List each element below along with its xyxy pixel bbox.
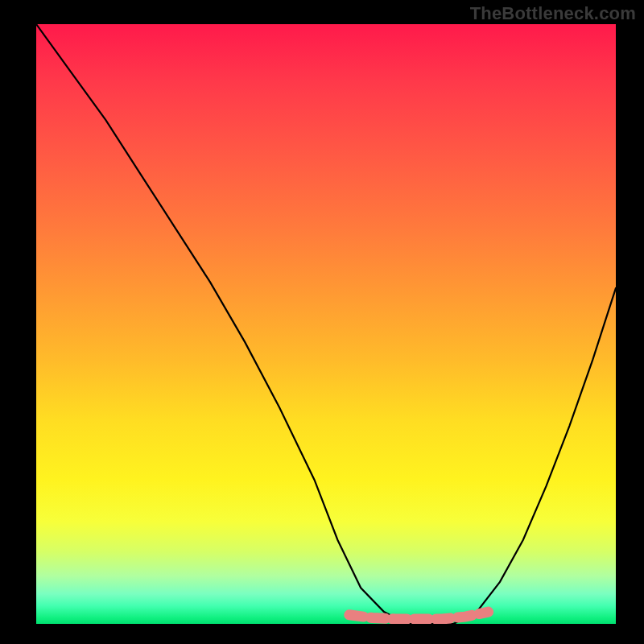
chart-frame: TheBottleneck.com [0, 0, 644, 644]
bottleneck-curve [36, 24, 616, 624]
curve-layer [36, 24, 616, 624]
plot-area [36, 24, 616, 624]
watermark-text: TheBottleneck.com [470, 3, 636, 24]
flat-band [349, 612, 489, 619]
